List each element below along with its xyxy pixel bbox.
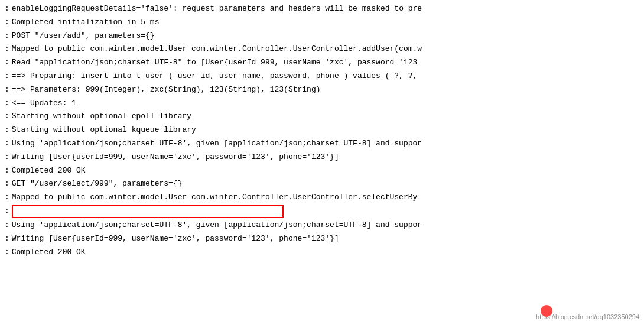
log-line: : Starting without optional kqueue libra… xyxy=(0,124,644,137)
log-line: : Read "application/json;charset=UTF-8" … xyxy=(0,56,644,70)
line-colon: : xyxy=(5,151,9,164)
log-line: : Writing [User{userId=999, userName='zx… xyxy=(0,232,644,246)
log-line: : GET "/user/select/999", parameters={} xyxy=(0,177,644,191)
line-colon: : xyxy=(5,138,9,150)
line-text: ==> Parameters: 999(Integer), zxc(String… xyxy=(12,84,321,96)
log-line: : Mapped to public com.winter.model.User… xyxy=(0,43,644,56)
log-line: : POST "/user/add", parameters={} xyxy=(0,30,644,43)
line-colon: : xyxy=(5,178,9,190)
log-line: : Starting without optional epoll librar… xyxy=(0,110,644,124)
log-line: : Mapped to public com.winter.model.User… xyxy=(0,191,644,204)
line-colon: : xyxy=(5,110,9,123)
log-line: : Writing [User{userId=999, userName='zx… xyxy=(0,151,644,164)
log-line: : Using 'application/json;charset=UTF-8'… xyxy=(0,219,644,232)
line-text: Starting without optional kqueue library xyxy=(12,124,196,136)
red-highlight-box xyxy=(12,205,284,218)
line-colon: : xyxy=(5,205,9,217)
line-text: Completed initialization in 5 ms xyxy=(12,17,160,29)
line-text: Writing [User{userId=999, userName='zxc'… xyxy=(12,233,339,245)
line-text: Completed 200 OK xyxy=(12,246,86,259)
line-colon: : xyxy=(5,57,9,69)
scroll-circle-icon xyxy=(541,305,552,317)
line-colon: : xyxy=(5,43,9,56)
log-line: : Completed 200 OK xyxy=(0,246,644,259)
log-line-redbox: : xyxy=(0,204,644,219)
line-text: Read "application/json;charset=UTF-8" to… xyxy=(12,57,418,69)
log-container: : enableLoggingRequestDetails='false': r… xyxy=(0,0,644,325)
line-colon: : xyxy=(5,17,9,29)
scroll-indicator xyxy=(541,305,552,319)
line-colon: : xyxy=(5,3,9,15)
line-text: Mapped to public com.winter.model.User c… xyxy=(12,191,418,204)
line-text: POST "/user/add", parameters={} xyxy=(12,30,155,43)
line-colon: : xyxy=(5,246,9,259)
line-colon: : xyxy=(5,30,9,43)
line-colon: : xyxy=(5,165,9,177)
line-text: Using 'application/json;charset=UTF-8', … xyxy=(12,219,422,232)
log-line: : Completed initialization in 5 ms xyxy=(0,16,644,30)
log-line: : Using 'application/json;charset=UTF-8'… xyxy=(0,137,644,151)
log-line: : Completed 200 OK xyxy=(0,164,644,178)
line-text: GET "/user/select/999", parameters={} xyxy=(12,178,183,190)
log-line: : <== Updates: 1 xyxy=(0,97,644,110)
line-text: ==> Preparing: insert into t_user ( user… xyxy=(12,70,418,83)
line-text: Mapped to public com.winter.model.User c… xyxy=(12,43,422,56)
line-colon: : xyxy=(5,84,9,96)
line-text: Writing [User{userId=999, userName='zxc'… xyxy=(12,151,339,164)
log-line: : enableLoggingRequestDetails='false': r… xyxy=(0,2,644,16)
line-colon: : xyxy=(5,70,9,83)
line-colon: : xyxy=(5,98,9,110)
line-colon: : xyxy=(5,219,9,232)
log-line: : ==> Parameters: 999(Integer), zxc(Stri… xyxy=(0,83,644,97)
log-line: : ==> Preparing: insert into t_user ( us… xyxy=(0,70,644,83)
line-text: enableLoggingRequestDetails='false': req… xyxy=(12,3,422,15)
line-text: Using 'application/json;charset=UTF-8', … xyxy=(12,138,422,150)
line-text: <== Updates: 1 xyxy=(12,98,76,110)
line-colon: : xyxy=(5,191,9,204)
line-colon: : xyxy=(5,233,9,245)
line-text: Starting without optional epoll library xyxy=(12,110,191,123)
line-text: Completed 200 OK xyxy=(12,165,86,177)
line-colon: : xyxy=(5,124,9,136)
